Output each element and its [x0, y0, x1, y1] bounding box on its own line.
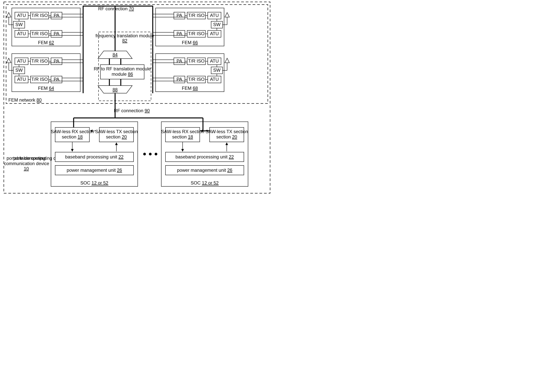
device-label-line2: communication device — [4, 161, 49, 166]
svg-text:section 18: section 18 — [172, 134, 193, 140]
rf2rf-ref: 86 — [128, 71, 133, 77]
ftm-ref: 82 — [122, 38, 127, 43]
svg-text:SW: SW — [15, 68, 23, 73]
svg-text:SAW-less RX section: SAW-less RX section — [161, 129, 204, 134]
svg-text:T/R ISO: T/R ISO — [188, 31, 205, 36]
svg-point-148 — [155, 153, 157, 155]
ftm-title: frequency translation module — [96, 33, 154, 38]
svg-text:ATU: ATU — [210, 31, 219, 36]
soc-right: SOC 12 or 52 SAW-less RX section section… — [161, 122, 248, 186]
svg-text:FEM network 80: FEM network 80 — [8, 97, 42, 103]
svg-text:ATU: ATU — [17, 58, 26, 63]
fem-68: FEM 68 PA T/R ISO ATU SW PA T/R ISO ATU — [153, 54, 229, 92]
fem-network-ref: 80 — [36, 97, 42, 103]
svg-text:T/R ISO: T/R ISO — [188, 77, 205, 82]
svg-point-147 — [149, 153, 152, 155]
svg-text:section 20: section 20 — [216, 134, 237, 140]
svg-text:ATU: ATU — [17, 31, 26, 36]
svg-text:ATU: ATU — [17, 77, 26, 82]
svg-text:FEM 66: FEM 66 — [182, 40, 198, 45]
svg-text:ATU: ATU — [210, 13, 219, 18]
rf-bot-ref: 90 — [145, 108, 150, 113]
svg-text:SW: SW — [213, 22, 221, 27]
svg-text:SAW-less TX section: SAW-less TX section — [205, 129, 248, 134]
rf-bot-label: RF connection — [114, 108, 143, 113]
svg-text:T/R ISO: T/R ISO — [31, 77, 48, 82]
svg-text:SAW-less TX section: SAW-less TX section — [95, 129, 138, 134]
svg-text:SW: SW — [15, 22, 23, 27]
rf-bus-70 — [83, 6, 153, 93]
svg-text:section 18: section 18 — [62, 134, 83, 140]
svg-text:T/R ISO: T/R ISO — [188, 58, 205, 63]
svg-text:ATU: ATU — [17, 13, 26, 18]
rf2rf-label: RF to RF translation module — [94, 66, 151, 71]
svg-text:RF connection 90: RF connection 90 — [114, 108, 150, 113]
diagram-root: portable computing communication device … — [0, 0, 274, 196]
svg-text:RF connection 70: RF connection 70 — [98, 6, 134, 11]
svg-text:FEM 68: FEM 68 — [182, 86, 198, 91]
svg-text:T/R ISO: T/R ISO — [188, 13, 205, 18]
svg-text:FEM 62: FEM 62 — [38, 40, 54, 45]
svg-point-146 — [143, 153, 146, 155]
ellipsis — [143, 153, 157, 155]
svg-text:SOC 12 or 52: SOC 12 or 52 — [191, 180, 219, 185]
svg-text:SOC 12 or 52: SOC 12 or 52 — [80, 180, 108, 185]
svg-text:ATU: ATU — [210, 77, 219, 82]
svg-text:SW: SW — [213, 68, 221, 73]
svg-text:SAW-less RX section: SAW-less RX section — [51, 129, 94, 134]
svg-text:ATU: ATU — [210, 58, 219, 63]
svg-text:power management unit 26: power management unit 26 — [67, 168, 122, 173]
device-ref: 10 — [24, 166, 29, 171]
rf-top-label: RF connection — [98, 6, 128, 11]
device-label-line1: portable computing — [7, 156, 45, 161]
svg-text:T/R ISO: T/R ISO — [31, 58, 48, 63]
fem-64: FEM 64 ATU T/R ISO PA SW ATU T/R ISO PA — [7, 54, 83, 92]
svg-text:portable computing
  communica: portable computing communication device — [4, 156, 49, 166]
fem-66: FEM 66 PA T/R ISO ATU SW PA T/R ISO ATU — [153, 8, 229, 46]
svg-text:baseband processing unit 22: baseband processing unit 22 — [65, 154, 124, 159]
svg-text:FEM 64: FEM 64 — [38, 86, 54, 91]
svg-text:T/R ISO: T/R ISO — [31, 31, 48, 36]
svg-text:power management unit 26: power management unit 26 — [177, 168, 232, 173]
fem-62: FEM 62 ATU T/R ISO PA SW ATU T/R ISO PA — [7, 8, 83, 46]
svg-text:baseband processing unit 22: baseband processing unit 22 — [176, 154, 234, 159]
svg-text:section 20: section 20 — [106, 134, 127, 140]
rf-top-ref: 70 — [129, 6, 134, 11]
mux-84-ref: 84 — [112, 52, 118, 57]
fem-network-label: FEM network — [8, 97, 35, 103]
mux-88-ref: 88 — [112, 87, 118, 92]
soc-left: SOC 12 or 52 SAW-less RX section section… — [51, 122, 138, 186]
svg-text:module 86: module 86 — [112, 71, 133, 77]
svg-text:T/R ISO: T/R ISO — [31, 13, 48, 18]
